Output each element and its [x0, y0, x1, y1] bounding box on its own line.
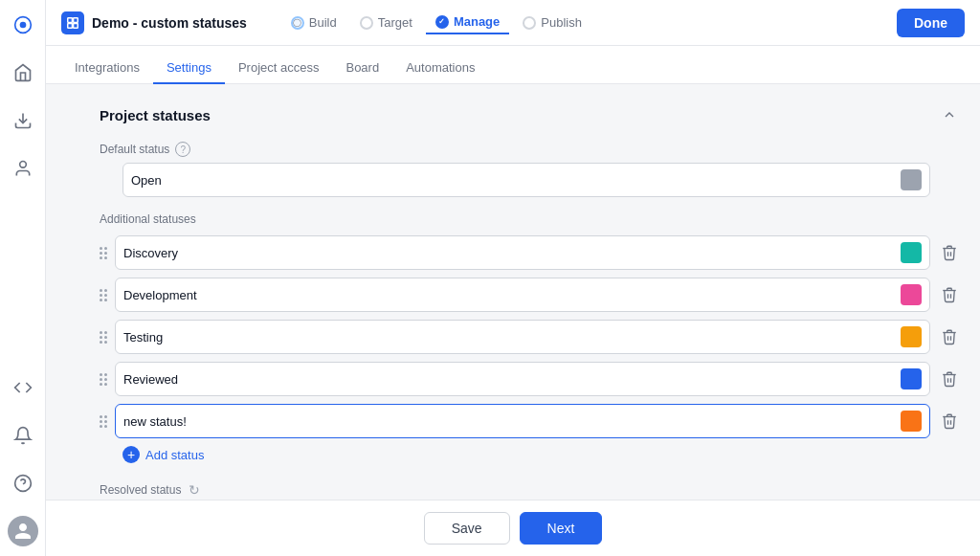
step-dot-target: [360, 16, 373, 30]
default-status-row: [100, 163, 961, 197]
svg-rect-6: [68, 17, 73, 22]
discovery-color[interactable]: [901, 242, 922, 263]
svg-rect-8: [68, 23, 73, 28]
default-status-label: Default status ?: [100, 142, 961, 157]
topbar-title: Demo - custom statuses: [61, 11, 247, 34]
save-button[interactable]: Save: [424, 512, 510, 545]
sidebar-icon-code[interactable]: [8, 372, 38, 403]
drag-handle-discovery[interactable]: [100, 247, 107, 259]
tab-board[interactable]: Board: [332, 53, 392, 84]
section-header: Project statuses: [100, 103, 961, 126]
svg-rect-9: [74, 23, 78, 28]
list-item: [100, 362, 961, 396]
sidebar-icon-bell[interactable]: [8, 420, 38, 451]
default-status-input-wrap: [122, 163, 930, 197]
step-manage[interactable]: ✓ Manage: [426, 11, 509, 34]
drag-handle-reviewed[interactable]: [100, 373, 107, 386]
resolved-help-icon[interactable]: ↻: [187, 482, 202, 498]
topbar: Demo - custom statuses ◯ Build Target ✓ …: [46, 0, 980, 46]
collapse-icon[interactable]: [938, 103, 961, 126]
sidebar-icon-logo[interactable]: [8, 10, 38, 40]
main-area: Demo - custom statuses ◯ Build Target ✓ …: [46, 0, 980, 556]
step-dot-publish: [523, 16, 536, 30]
sidebar-icon-home[interactable]: [8, 57, 38, 88]
tab-project-access[interactable]: Project access: [225, 53, 333, 84]
default-status-color[interactable]: [901, 169, 922, 190]
add-status-label: Add status: [145, 448, 204, 462]
discovery-input[interactable]: [123, 246, 901, 260]
resolved-status-section: Resolved status ↻: [100, 482, 961, 500]
content-area: Project statuses Default status ? Additi…: [46, 84, 980, 500]
testing-color[interactable]: [901, 326, 922, 347]
new-status-input-wrap: [115, 404, 930, 438]
new-status-delete-icon[interactable]: [938, 410, 961, 433]
step-label-build: Build: [309, 15, 337, 30]
development-delete-icon[interactable]: [938, 283, 961, 306]
list-item: [100, 278, 961, 312]
additional-statuses-label: Additional statuses: [100, 212, 961, 226]
tab-integrations[interactable]: Integrations: [61, 53, 153, 84]
topbar-steps: ◯ Build Target ✓ Manage Publish: [281, 11, 881, 34]
svg-point-1: [19, 22, 26, 29]
sidebar-icon-download[interactable]: [8, 105, 38, 136]
section-title: Project statuses: [100, 107, 211, 123]
step-target[interactable]: Target: [350, 11, 422, 33]
step-label-target: Target: [378, 15, 412, 30]
development-color[interactable]: [901, 284, 922, 305]
new-status-color[interactable]: [901, 411, 922, 432]
help-icon[interactable]: ?: [175, 142, 190, 157]
discovery-input-wrap: [115, 235, 930, 270]
step-dot-manage: ✓: [435, 15, 449, 29]
testing-input-wrap: [115, 320, 930, 354]
sidebar-icon-avatar[interactable]: [8, 516, 38, 546]
reviewed-input[interactable]: [123, 372, 901, 387]
development-input[interactable]: [123, 288, 901, 302]
development-input-wrap: [115, 278, 930, 312]
list-item: [100, 235, 961, 270]
svg-point-3: [19, 162, 26, 168]
list-item: [100, 404, 961, 438]
svg-rect-7: [74, 17, 78, 22]
step-label-manage: Manage: [454, 14, 500, 29]
add-status-button[interactable]: + Add status: [122, 446, 961, 463]
step-dot-build: ◯: [291, 16, 304, 30]
app-icon: [61, 11, 84, 34]
testing-delete-icon[interactable]: [938, 325, 961, 348]
reviewed-color[interactable]: [901, 368, 922, 389]
testing-input[interactable]: [123, 330, 901, 345]
drag-handle-new-status[interactable]: [100, 415, 107, 428]
reviewed-delete-icon[interactable]: [938, 367, 961, 390]
footer: Save Next: [46, 500, 980, 556]
reviewed-input-wrap: [115, 362, 930, 396]
add-status-icon: +: [122, 446, 140, 463]
tab-settings[interactable]: Settings: [153, 53, 225, 84]
step-label-publish: Publish: [541, 15, 582, 30]
sidebar-icon-help[interactable]: [8, 468, 38, 499]
sidebar-icon-user[interactable]: [8, 153, 38, 184]
sidebar: [0, 0, 46, 556]
tab-automations[interactable]: Automations: [392, 53, 488, 84]
done-button[interactable]: Done: [897, 9, 965, 37]
next-button[interactable]: Next: [520, 512, 603, 545]
list-item: [100, 320, 961, 354]
new-status-input[interactable]: [123, 414, 901, 429]
default-status-input[interactable]: [131, 173, 901, 188]
step-build[interactable]: ◯ Build: [281, 11, 346, 33]
step-publish[interactable]: Publish: [513, 11, 591, 33]
add-status-area: + Add status: [100, 446, 961, 463]
drag-handle-development[interactable]: [100, 289, 107, 301]
app-title: Demo - custom statuses: [92, 15, 247, 31]
drag-handle-testing[interactable]: [100, 331, 107, 344]
discovery-delete-icon[interactable]: [938, 241, 961, 264]
resolved-status-label: Resolved status ↻: [100, 482, 961, 498]
subnav: Integrations Settings Project access Boa…: [46, 46, 980, 84]
